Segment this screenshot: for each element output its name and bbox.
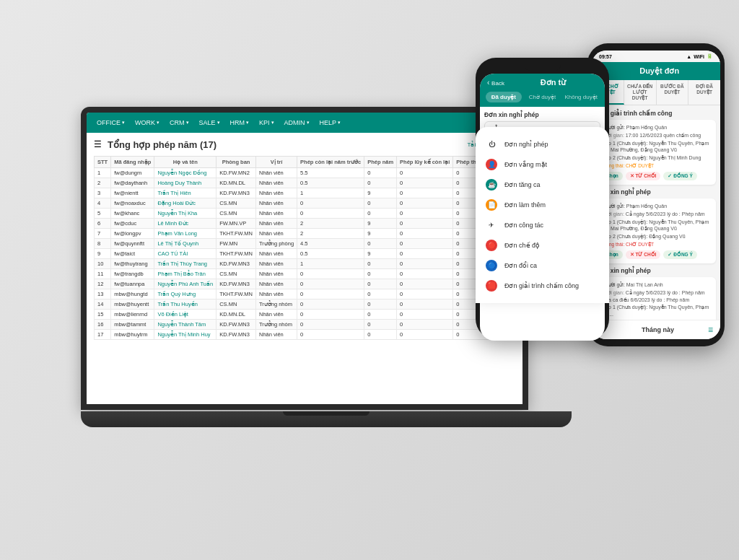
p2-card2-reject[interactable]: ✕ TỪ CHỐI bbox=[626, 250, 661, 259]
table-cell: 6 bbox=[95, 219, 111, 229]
p2-time: 09:57 bbox=[599, 54, 612, 59]
p1-popup-item[interactable]: ⏻Đơn nghỉ phép bbox=[480, 134, 605, 154]
table-cell: 2 bbox=[297, 229, 364, 239]
nav-hrm[interactable]: HRM ▾ bbox=[226, 118, 254, 128]
table-cell: 0 bbox=[297, 198, 364, 209]
p1-back-button[interactable]: ‹ Back bbox=[487, 79, 504, 87]
p1-popup-item[interactable]: 🔴Đơn chế độ bbox=[480, 235, 605, 255]
employee-name-cell[interactable]: Nguyễn Ngọc Đồng bbox=[154, 168, 217, 178]
p2-status-bar: 09:57 ▲ WiFi 🔋 bbox=[592, 51, 720, 62]
table-cell: 5 bbox=[95, 209, 111, 219]
p2-card2-actions: Chọn ✕ TỪ CHỐI ✓ ĐỒNG Ý bbox=[602, 250, 710, 259]
employee-name-cell[interactable]: Nguyễn Thị Minh Huy bbox=[154, 330, 217, 340]
table-cell: 9 bbox=[364, 229, 397, 239]
table-header: Mã đăng nhập bbox=[111, 157, 154, 168]
table-header: Họ và tên bbox=[154, 157, 217, 168]
p2-filter-tab[interactable]: CHƯA ĐẾN LƯỢT DUYỆT bbox=[624, 80, 657, 105]
p1-popup-item[interactable]: ☕Đơn tăng ca bbox=[480, 175, 605, 195]
p2-filter-tab[interactable]: BƯỚC ĐÃ DUYỆT bbox=[657, 80, 689, 105]
employee-name-cell[interactable]: Lê Thị Tố Quynh bbox=[154, 239, 217, 249]
nav-kpi[interactable]: KPI ▾ bbox=[255, 118, 279, 128]
p2-filter-tab[interactable]: ĐỢI ĐÃ DUYỆT bbox=[688, 80, 720, 105]
table-cell: KD.FW.MN3 bbox=[217, 279, 256, 289]
employee-name-cell[interactable]: Nguyễn Phú Anh Tuấn bbox=[154, 279, 217, 289]
p1-popup-item[interactable]: 🔵Đơn đổi ca bbox=[480, 255, 605, 276]
table-cell: 10 bbox=[95, 259, 111, 269]
table-row: 16mbw@tammtNguyễn Thành TâmKD.FW.MN3Trưở… bbox=[95, 320, 529, 330]
employee-name-cell[interactable]: Võ Điền Liệt bbox=[154, 310, 217, 320]
p1-popup-item[interactable]: 👤Đơn vắng mặt bbox=[480, 154, 605, 175]
table-cell: 15 bbox=[95, 310, 111, 320]
table-cell: 4 bbox=[95, 198, 111, 209]
p2-card1-reject[interactable]: ✕ TỪ CHỐI bbox=[626, 172, 661, 180]
employee-name-cell[interactable]: Hoàng Duy Thành bbox=[154, 178, 217, 188]
popup-icon: 📄 bbox=[486, 199, 497, 211]
popup-icon: ✈ bbox=[486, 219, 497, 231]
nav-admin[interactable]: ADMIN ▾ bbox=[280, 118, 314, 128]
p1-title: Đơn từ bbox=[509, 78, 598, 87]
nav-help[interactable]: HELP ▾ bbox=[315, 118, 346, 128]
table-cell: Trưởng phòng bbox=[255, 239, 297, 249]
p1-tab-rejected[interactable]: Không duyệt bbox=[563, 92, 599, 102]
p2-card1-level2: Cấp 2 (Chưa duyệt): Nguyễn Thị Minh Dung bbox=[602, 154, 710, 162]
table-cell: 0 bbox=[397, 249, 453, 259]
p1-tab-pending[interactable]: Chờ duyệt bbox=[525, 92, 561, 102]
p2-card1-approve[interactable]: ✓ ĐỒNG Ý bbox=[663, 172, 696, 180]
table-cell: 0 bbox=[397, 209, 453, 219]
p2-card2-approve[interactable]: ✓ ĐỒNG Ý bbox=[663, 250, 696, 259]
employee-name-cell[interactable]: Phạm Văn Long bbox=[154, 229, 217, 239]
table-cell: 12 bbox=[95, 279, 111, 289]
employee-name-cell[interactable]: Đặng Hoài Đức bbox=[154, 198, 217, 209]
table-cell: 2 bbox=[95, 178, 111, 188]
table-cell: 16 bbox=[95, 320, 111, 330]
navbar: OFFICE ▾ WORK ▾ CRM ▾ SALE ▾ HRM ▾ bbox=[87, 113, 522, 133]
table-cell: 9 bbox=[364, 188, 397, 198]
table-cell: fw@cduc bbox=[111, 219, 154, 229]
table-cell: Nhân viên bbox=[255, 259, 297, 269]
table-cell: 5.5 bbox=[297, 168, 364, 178]
table-cell: 0 bbox=[397, 279, 453, 289]
nav-arrow: ▾ bbox=[122, 120, 125, 126]
p1-popup-item[interactable]: 📄Đơn làm thêm bbox=[480, 195, 605, 215]
employee-name-cell[interactable]: Nguyễn Thị Kha bbox=[154, 209, 217, 219]
table-header: Phòng ban bbox=[217, 157, 256, 168]
table-cell: 0 bbox=[364, 259, 397, 269]
p2-card3-time: Thời gian: Cả ngày 5/6/2023 lý do : Phép… bbox=[602, 289, 710, 304]
p2-menu-icon[interactable]: ≡ bbox=[708, 325, 713, 335]
page-title: Tổng hợp phép năm (17) bbox=[108, 139, 217, 150]
table-row: 3fw@nienttTrần Thị HiênKD.FW.MN3Nhân viê… bbox=[95, 188, 529, 198]
nav-work[interactable]: WORK ▾ bbox=[131, 118, 164, 128]
table-cell: 0 bbox=[364, 168, 397, 178]
employee-name-cell[interactable]: Trần Thị Hiên bbox=[154, 188, 217, 198]
employee-name-cell[interactable]: CAO TÚ TÀI bbox=[154, 249, 217, 259]
p1-tab-approved[interactable]: Đã duyệt bbox=[486, 92, 522, 102]
popup-icon: 🔵 bbox=[486, 260, 497, 271]
table-cell: 13 bbox=[95, 289, 111, 299]
employee-name-cell[interactable]: Trần Quý Hưng bbox=[154, 289, 217, 299]
table-cell: 8 bbox=[95, 239, 111, 249]
menu-toggle[interactable]: ☰ bbox=[94, 139, 102, 149]
table-cell: 9 bbox=[95, 249, 111, 259]
popup-label: Đơn công tác bbox=[504, 222, 543, 229]
employee-name-cell[interactable]: Lê Minh Đức bbox=[154, 219, 217, 229]
employee-name-cell[interactable]: Trần Thị Thùy Trang bbox=[154, 259, 217, 269]
table-row: 2fw@daythanhHoàng Duy ThànhKD.MN.DLNhân … bbox=[95, 178, 529, 188]
employee-name-cell[interactable]: Nguyễn Thành Tâm bbox=[154, 320, 217, 330]
p1-popup-item[interactable]: 🟥Đơn giải trình chấm công bbox=[480, 276, 605, 296]
nav-sale[interactable]: SALE ▾ bbox=[195, 118, 224, 128]
table-cell: 0 bbox=[397, 269, 453, 279]
p2-card1-level1: Cấp 1 (Chưa duyệt): Nguyễn Thu Quyên, Ph… bbox=[602, 140, 710, 154]
p1-popup-item[interactable]: ✈Đơn công tác bbox=[480, 215, 605, 235]
table-row: 5fw@khancNguyễn Thị KhaCS.MNNhân viên000… bbox=[95, 209, 529, 219]
employee-name-cell[interactable]: Phạm Thị Bảo Trân bbox=[154, 269, 217, 279]
table-cell: KD.MN.DL bbox=[217, 178, 256, 188]
p2-card2-time: Thời gian: Cả ngày 5/6/2023 lý do : Phép… bbox=[602, 211, 710, 218]
table-cell: 0.5 bbox=[297, 178, 364, 188]
page-header: ☰ Tổng hợp phép năm (17) Tải lại 2021 bbox=[94, 139, 515, 150]
nav-office[interactable]: OFFICE ▾ bbox=[92, 118, 129, 128]
p2-section1-title: Đơn giải trình chấm công bbox=[596, 110, 716, 117]
employee-name-cell[interactable]: Trần Thu Huyền bbox=[154, 299, 217, 310]
nav-crm[interactable]: CRM ▾ bbox=[165, 118, 193, 128]
popup-label: Đơn vắng mặt bbox=[504, 161, 547, 168]
table-cell: fw@noaxduc bbox=[111, 198, 154, 209]
